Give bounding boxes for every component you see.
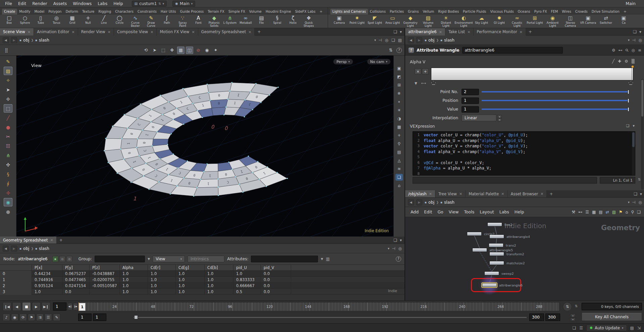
updown-icon[interactable]: ⇅	[638, 178, 641, 181]
pane-tab[interactable]: Tree View ×	[435, 190, 466, 197]
breadcrumb[interactable]: ▪ obj ❯ ▪ slash	[425, 200, 454, 205]
forward-icon[interactable]: ▶	[416, 37, 422, 43]
close-tab-icon[interactable]: ×	[50, 238, 53, 242]
attribute-filter-icon[interactable]: ▼	[321, 257, 323, 261]
menu-item[interactable]: Layout	[477, 209, 497, 215]
play-backward-button[interactable]: ◀	[12, 302, 21, 311]
network-node[interactable]: sweep2	[484, 271, 499, 275]
swap-icon[interactable]: ⇄	[606, 210, 609, 214]
perspective-menu[interactable]: Persp ▾	[333, 59, 353, 65]
wire-display-icon[interactable]: ▦	[395, 124, 403, 130]
view-tool-icon[interactable]: ⟲	[142, 47, 150, 54]
pane-tab[interactable]: Material Palette ×	[466, 190, 507, 197]
shelf-tab[interactable]: Vellum	[421, 9, 436, 14]
shelf-tab[interactable]: Wires	[560, 9, 573, 14]
audio-icon[interactable]: ♪	[3, 314, 10, 321]
snow-display-icon[interactable]: ❄	[395, 90, 403, 97]
breadcrumb-root[interactable]: obj	[428, 200, 434, 205]
forward-icon[interactable]: ▶	[11, 246, 17, 252]
network-editor[interactable]: Indie Edition Geometry line2circle2attri…	[405, 217, 644, 301]
menu-item[interactable]: View	[446, 209, 462, 215]
handles-icon[interactable]: ✥	[168, 47, 176, 54]
muscle-tool-icon[interactable]: ✜	[4, 189, 12, 197]
shelf-tool[interactable]: ▨ Volume Light	[419, 14, 437, 28]
shelf-tool[interactable]: ◆ Platonic Solids	[206, 14, 222, 28]
shelf-tab[interactable]: Guide Process	[178, 9, 206, 14]
close-tab-icon[interactable]: ×	[439, 30, 442, 34]
frame-ruler[interactable]: 1 24487296120144168192216240264288	[78, 302, 559, 311]
play-forward-button[interactable]: ▶	[32, 302, 41, 311]
character-tool-icon[interactable]: ✣	[4, 160, 12, 169]
shelf-tool[interactable]: ❖ Quick Shapes	[301, 14, 317, 28]
add-ramp-point-button[interactable]: +	[422, 68, 429, 74]
breadcrumb-node[interactable]: slash	[444, 38, 454, 43]
points-mode-icon[interactable]: ▦	[177, 47, 184, 54]
chevron-down-icon[interactable]: ▾	[400, 238, 402, 243]
thumbs-icon[interactable]: ▤	[398, 38, 402, 43]
forward-icon[interactable]: ▶	[416, 199, 422, 205]
keyframe-icon[interactable]: ✎	[53, 314, 60, 321]
ramp-point-marker[interactable]	[431, 81, 436, 85]
path-dropdown-icon[interactable]: ▾	[628, 38, 630, 42]
shelf-tool[interactable]: ▯ Tube	[33, 14, 49, 28]
network-node[interactable]: attribwrangle6	[482, 283, 497, 287]
home-icon[interactable]: ⌂	[626, 210, 628, 214]
chevron-down-icon[interactable]: ▾	[191, 2, 193, 5]
close-tab-icon[interactable]: ×	[72, 30, 75, 34]
help-icon[interactable]: ?	[396, 256, 401, 262]
point-no-field[interactable]: 2	[462, 89, 479, 95]
ramp-add-point-icon[interactable]: ✚	[618, 59, 621, 64]
wrench-icon[interactable]: ⚒	[572, 210, 575, 214]
network-node[interactable]: transform2	[489, 252, 504, 256]
scissors-tool-icon[interactable]: ✂	[4, 132, 12, 141]
shelf-tool[interactable]: ◤ Spot Light	[366, 14, 384, 28]
shelf-tab[interactable]: FEM	[549, 9, 560, 14]
panel-display-icon[interactable]: ▤	[395, 149, 403, 155]
pane-tab[interactable]: Composite View ×	[114, 28, 157, 36]
network-node[interactable]: line2	[487, 222, 502, 226]
playbar-options-button[interactable]: ⇅	[563, 302, 572, 311]
blob-tool-icon[interactable]: ●	[4, 207, 12, 216]
list-icon[interactable]: ☰	[585, 210, 589, 214]
camera-menu[interactable]: No cam ▾	[367, 59, 391, 65]
spin-up-icon[interactable]: ▴	[497, 115, 502, 118]
path-dropdown-icon[interactable]: ▾	[628, 200, 630, 204]
back-icon[interactable]: ◀	[408, 199, 414, 205]
menu-item[interactable]: Tools	[461, 209, 477, 215]
draw-tool-icon[interactable]: ✎	[4, 57, 12, 66]
step-back-button[interactable]: ◀❙	[68, 303, 72, 310]
move-tool-icon[interactable]: ✥	[4, 95, 12, 103]
breadcrumb[interactable]: ▪ obj ❯ ▪ slash	[19, 246, 49, 251]
breadcrumb-root[interactable]: obj	[23, 38, 29, 43]
shelf-tab[interactable]: Rigging	[96, 9, 113, 14]
select-tool-icon[interactable]: ➤	[4, 85, 12, 94]
ramp-gradient-icon[interactable]: ▒	[632, 59, 635, 64]
path-dropdown-icon[interactable]: ▾	[388, 247, 389, 250]
pane-handle-icon[interactable]: ⣿	[3, 47, 10, 54]
shelf-tab[interactable]: Simple FX	[226, 9, 247, 14]
pane-tab[interactable]: Animation Editor ×	[34, 28, 78, 36]
shadow-display-icon[interactable]: ◑	[395, 115, 403, 122]
breadcrumb[interactable]: ▪ obj ❯ ▪ slash	[19, 38, 49, 43]
shelf-tool[interactable]: □ Box	[1, 14, 17, 28]
info-icon[interactable]: ◎	[631, 48, 635, 53]
shelf-tab[interactable]: Particle Fluids	[461, 9, 488, 14]
go-to-start-button[interactable]: ❙◀	[3, 302, 11, 311]
menu-item[interactable]: Edit	[421, 209, 435, 215]
range-spinner[interactable]: ▴ ▾	[570, 314, 576, 321]
link-icon[interactable]: ⊷	[619, 48, 623, 53]
geometry-select-icon[interactable]: ⬚	[160, 47, 167, 54]
viewport-canvas[interactable]	[16, 56, 393, 237]
menu-item[interactable]: Render	[29, 0, 50, 7]
interpolation-spinner[interactable]: ▴ ▾	[497, 115, 502, 121]
pin-icon[interactable]: ⊣	[392, 246, 395, 251]
shelf-tab[interactable]: Rigid Bodies	[436, 9, 461, 14]
pane-tab[interactable]: Render View ×	[78, 28, 114, 36]
menu-item[interactable]: Help	[512, 209, 527, 215]
shelf-tab[interactable]: Characters	[113, 9, 136, 14]
shelf-tab[interactable]: Collisions	[368, 9, 388, 14]
close-tab-icon[interactable]: ×	[520, 30, 523, 34]
pane-tab[interactable]: /obj/slash ×	[405, 190, 435, 197]
auto-update-menu[interactable]: Auto Update ▾	[586, 325, 627, 331]
menu-item[interactable]: Add	[408, 209, 421, 215]
